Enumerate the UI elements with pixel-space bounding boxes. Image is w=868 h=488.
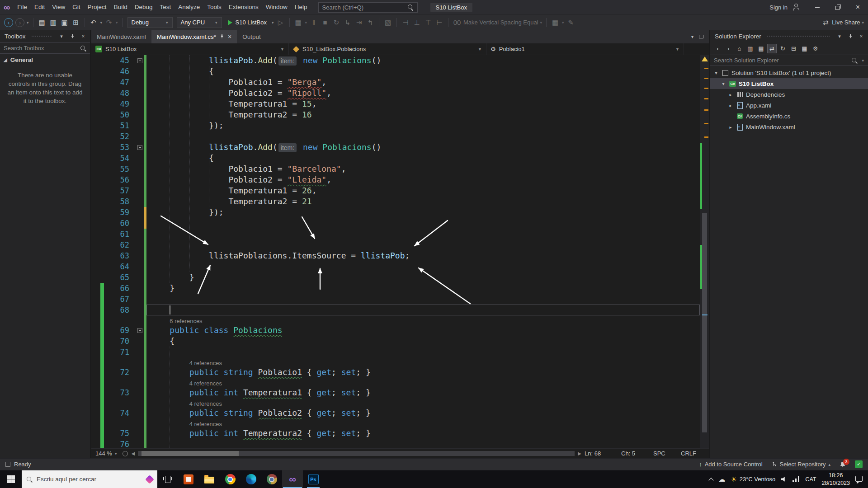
- align-centers-icon[interactable]: ⊥: [412, 17, 422, 28]
- menu-build[interactable]: Build: [110, 0, 131, 14]
- background-tasks-icon[interactable]: [5, 462, 10, 467]
- breakpoint-margin[interactable]: [91, 439, 100, 448]
- find-in-files-icon[interactable]: ▧: [383, 17, 393, 28]
- breakpoint-margin[interactable]: [91, 294, 100, 305]
- close-tab-icon[interactable]: ×: [228, 33, 231, 40]
- close-icon[interactable]: ×: [857, 32, 865, 40]
- redo-history-chevron-icon[interactable]: ▾: [116, 20, 118, 25]
- notifications-bell-icon[interactable]: 3: [840, 461, 846, 468]
- grid-chevron-icon[interactable]: ▾: [562, 20, 564, 25]
- menu-extensions[interactable]: Extensions: [225, 0, 262, 14]
- breadcrumb-project[interactable]: C# S10 ListBox ▼: [91, 43, 289, 55]
- save-all-icon[interactable]: ⊞: [71, 17, 81, 28]
- breakpoint-margin[interactable]: [91, 387, 100, 398]
- align-rights-icon[interactable]: ⊢: [434, 17, 444, 28]
- redo-icon[interactable]: ↷: [104, 17, 114, 28]
- breadcrumb-type[interactable]: S10_ListBox.Poblacions ▼: [289, 43, 486, 55]
- breakpoint-margin[interactable]: [91, 120, 100, 131]
- expander-closed-icon[interactable]: ▸: [727, 125, 734, 130]
- tree-item-s10-listbox[interactable]: ▾S10 ListBox: [710, 78, 868, 89]
- breakpoint-margin[interactable]: [91, 77, 100, 88]
- start-button[interactable]: [0, 470, 22, 488]
- breakpoint-margin[interactable]: [91, 283, 100, 294]
- start-without-debugging-icon[interactable]: ▷: [276, 17, 286, 28]
- code-line[interactable]: 45 llistaPob.Add(item: new Poblacions(): [91, 55, 700, 66]
- breakpoint-margin[interactable]: [91, 305, 100, 315]
- breakpoint-margin[interactable]: [91, 239, 100, 250]
- spacing-chevron-icon[interactable]: ▾: [540, 20, 542, 25]
- spacing-icon[interactable]: 00: [452, 17, 462, 28]
- breakpoint-margin[interactable]: [91, 218, 100, 229]
- scrollbar-thumb[interactable]: [702, 213, 707, 432]
- pin-tab-icon[interactable]: [220, 33, 224, 40]
- code-line[interactable]: 53 llistaPob.Add(item: new Poblacions(): [91, 142, 700, 153]
- code-line[interactable]: 63 llistaPoblacions.ItemsSource = llista…: [91, 250, 700, 261]
- breakpoint-margin[interactable]: [91, 428, 100, 439]
- code-line[interactable]: 67: [91, 294, 700, 305]
- taskbar-app-chrome-canary[interactable]: [261, 470, 282, 488]
- code-line[interactable]: 50 Temperatura2 = 16: [91, 109, 700, 120]
- step-into-icon[interactable]: ↳: [343, 17, 353, 28]
- tab-mainwindow-xaml-cs[interactable]: MainWindow.xaml.cs* ×: [151, 30, 237, 43]
- breakpoint-margin[interactable]: [91, 153, 100, 164]
- se-refresh-icon[interactable]: ↻: [778, 44, 788, 53]
- tab-mainwindow-xaml[interactable]: MainWindow.xaml: [91, 30, 151, 43]
- code-line[interactable]: 58 Temperatura2 = 21: [91, 196, 700, 207]
- codelens-references[interactable]: 6 references: [170, 318, 202, 324]
- save-icon[interactable]: ▣: [60, 17, 70, 28]
- live-unit-testing-icon[interactable]: ▦: [293, 17, 303, 28]
- codelens-references[interactable]: 4 references: [189, 400, 222, 407]
- code-line[interactable]: 74 public string Poblacio2 { get; set; }: [91, 408, 700, 418]
- taskbar-app-file-explorer[interactable]: [199, 470, 220, 488]
- float-window-icon[interactable]: [699, 35, 703, 38]
- code-rows[interactable]: 45 llistaPob.Add(item: new Poblacions()4…: [91, 55, 700, 448]
- live-unit-chevron-icon[interactable]: ▾: [305, 20, 307, 25]
- toolbox-search-input[interactable]: Search Toolbox: [0, 42, 90, 54]
- breadcrumb-member[interactable]: ⚙ Poblacio1 ▼: [486, 43, 684, 55]
- menu-test[interactable]: Test: [156, 0, 175, 14]
- breakpoint-margin[interactable]: [91, 185, 100, 196]
- codelens-row[interactable]: 4 references: [91, 418, 700, 428]
- breakpoint-margin[interactable]: [91, 99, 100, 109]
- code-line[interactable]: 57 Temperatura1 = 26,: [91, 185, 700, 196]
- stop-debugging-icon[interactable]: ■: [320, 17, 330, 28]
- break-all-icon[interactable]: ‖: [309, 17, 319, 28]
- solution-explorer-search-input[interactable]: Search Solution Explorer ▾: [710, 55, 868, 66]
- horizontal-scrollbar[interactable]: [138, 451, 575, 456]
- keyboard-layout-label[interactable]: CAT: [805, 476, 816, 483]
- tree-item-assemblyinfo-cs[interactable]: AssemblyInfo.cs: [710, 111, 868, 122]
- breakpoint-margin[interactable]: [91, 418, 100, 428]
- se-pending-changes-filter-icon[interactable]: ▤: [756, 44, 766, 53]
- code-line[interactable]: 51 });: [91, 120, 700, 131]
- se-collapse-all-icon[interactable]: ⊟: [789, 44, 798, 53]
- codelens-row[interactable]: 4 references: [91, 357, 700, 367]
- action-center-icon[interactable]: [855, 476, 863, 482]
- breakpoint-margin[interactable]: [91, 66, 100, 77]
- step-over-icon[interactable]: ⇥: [354, 17, 364, 28]
- quick-search-input[interactable]: Search (Ctrl+Q): [318, 2, 418, 13]
- taskbar-app-office[interactable]: [178, 470, 199, 488]
- menu-help[interactable]: Help: [291, 0, 311, 14]
- close-button[interactable]: ×: [848, 0, 868, 14]
- breakpoint-margin[interactable]: [91, 347, 100, 357]
- menu-edit[interactable]: Edit: [31, 0, 48, 14]
- scroll-right-icon[interactable]: ▶: [578, 451, 581, 456]
- tree-item-dependencies[interactable]: ▸Dependencies: [710, 89, 868, 100]
- open-file-icon[interactable]: ▥: [48, 17, 58, 28]
- breakpoint-margin[interactable]: [91, 336, 100, 347]
- taskbar-app-task-view[interactable]: [157, 470, 178, 488]
- code-line[interactable]: 71: [91, 347, 700, 357]
- se-show-all-files-icon[interactable]: ▦: [800, 44, 809, 53]
- tree-item-solution-s10-listbox-1-of-1-project[interactable]: ▾Solution 'S10 ListBox' (1 of 1 project): [710, 67, 868, 78]
- undo-history-chevron-icon[interactable]: ▾: [100, 20, 103, 25]
- codelens-row[interactable]: 4 references: [91, 398, 700, 408]
- add-to-source-control-button[interactable]: ↑ Add to Source Control: [699, 461, 762, 468]
- sign-in-link[interactable]: Sign in: [769, 4, 788, 11]
- se-switch-views-icon[interactable]: ▥: [745, 44, 755, 53]
- code-line[interactable]: 68: [91, 305, 700, 315]
- breakpoint-margin[interactable]: [91, 88, 100, 99]
- codelens-row[interactable]: 4 references: [91, 378, 700, 387]
- hidden-icons-chevron-icon[interactable]: [709, 478, 714, 483]
- breakpoint-margin[interactable]: [91, 229, 100, 239]
- nav-forward-icon[interactable]: ›: [15, 18, 24, 27]
